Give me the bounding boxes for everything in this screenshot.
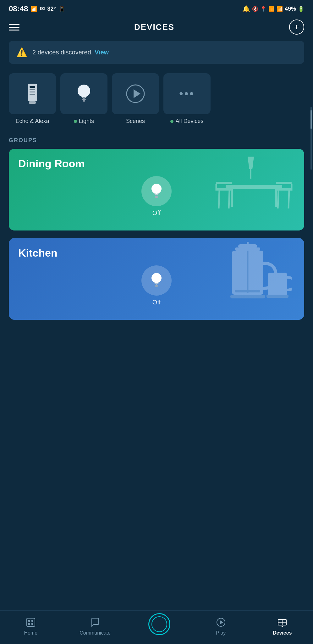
svg-point-38: [151, 273, 162, 283]
svg-rect-28: [155, 197, 158, 198]
nav-home[interactable]: Home: [18, 618, 43, 636]
dining-light-status: Off: [152, 209, 161, 217]
scroll-thumb: [310, 110, 312, 129]
device-categories: Echo & Alexa Lights Scenes •••: [0, 73, 313, 137]
silent-icon: 🔇: [252, 6, 258, 12]
category-echo[interactable]: Echo & Alexa: [9, 73, 56, 125]
battery-icon: 🔋: [298, 6, 304, 12]
status-right: 🔔 🔇 📍 📶 📶 49% 🔋: [242, 5, 304, 13]
svg-rect-3: [30, 92, 35, 92]
kitchen-light-button[interactable]: [141, 265, 172, 296]
more-icon: •••: [179, 87, 195, 100]
svg-rect-42: [28, 620, 30, 622]
lights-card[interactable]: [60, 73, 107, 114]
lights-dot: [74, 120, 77, 123]
kitchen-title: Kitchen: [18, 247, 295, 259]
group-card-dining[interactable]: Dining Room Off: [9, 149, 304, 230]
svg-rect-44: [28, 623, 30, 625]
echo-label: Echo & Alexa: [15, 118, 49, 125]
dining-room-title: Dining Room: [18, 158, 295, 170]
svg-point-51: [282, 626, 283, 627]
category-scenes[interactable]: Scenes: [112, 73, 159, 125]
all-devices-dot: [170, 120, 173, 123]
kitchen-light-toggle[interactable]: Off: [18, 265, 295, 306]
scenes-card[interactable]: [112, 73, 159, 114]
menu-button[interactable]: [9, 24, 19, 31]
home-icon: [26, 618, 36, 628]
add-device-button[interactable]: +: [289, 19, 304, 35]
nav-devices[interactable]: Devices: [270, 618, 295, 636]
nav-alexa[interactable]: [147, 616, 172, 638]
svg-rect-1: [30, 86, 35, 88]
phone-icon: 📱: [58, 5, 65, 12]
svg-rect-5: [29, 101, 36, 104]
play-icon: [216, 618, 226, 628]
app-header: DEVICES +: [0, 16, 313, 41]
lights-icon: [74, 83, 93, 105]
alexa-inner-ring: [151, 616, 167, 632]
svg-rect-40: [155, 286, 158, 287]
notification-text: 2 devices discovered. View: [32, 49, 109, 56]
alarm-icon: 🔔: [242, 5, 250, 13]
all-devices-label: All Devices: [170, 118, 203, 125]
wifi-icon: 📶: [268, 6, 275, 12]
home-label: Home: [24, 630, 37, 636]
location-icon: 📍: [260, 6, 266, 12]
scenes-icon: [125, 84, 146, 104]
alexa-button[interactable]: [148, 613, 170, 635]
svg-point-26: [151, 184, 162, 194]
signal-icon: 📶: [277, 6, 283, 12]
lights-label: Lights: [74, 118, 94, 125]
svg-marker-47: [220, 620, 223, 625]
bottom-navigation: Home Communicate Play: [0, 610, 313, 644]
svg-rect-27: [155, 196, 158, 197]
warning-icon: ⚠️: [16, 47, 27, 58]
svg-rect-8: [83, 100, 85, 102]
category-all-devices[interactable]: ••• All Devices: [163, 73, 211, 125]
mail-icon: ✉: [40, 5, 45, 12]
devices-label: Devices: [273, 630, 292, 636]
dining-light-button[interactable]: [141, 176, 172, 206]
dining-light-toggle[interactable]: Off: [18, 176, 295, 217]
groups-section-label: GROUPS: [0, 137, 313, 149]
echo-card[interactable]: [9, 73, 56, 114]
svg-rect-4: [30, 94, 35, 95]
page-title: DEVICES: [134, 22, 174, 32]
svg-marker-10: [134, 89, 140, 98]
svg-rect-2: [30, 89, 35, 90]
svg-rect-43: [31, 620, 33, 622]
svg-rect-41: [27, 618, 35, 626]
nav-play[interactable]: Play: [208, 618, 233, 636]
kitchen-light-icon: [149, 272, 164, 289]
svg-rect-7: [82, 99, 86, 100]
all-devices-card[interactable]: •••: [163, 73, 211, 114]
communicate-label: Communicate: [80, 630, 111, 636]
battery-label: 49%: [285, 6, 296, 12]
communicate-icon: [91, 618, 100, 628]
status-time: 08:48: [9, 4, 28, 13]
status-left: 08:48 📶 ✉ 32° 📱: [9, 4, 65, 13]
devices-icon: [277, 618, 287, 628]
status-bar: 08:48 📶 ✉ 32° 📱 🔔 🔇 📍 📶 📶 49% 🔋: [0, 0, 313, 16]
kitchen-light-status: Off: [152, 299, 161, 306]
group-card-kitchen[interactable]: Kitchen Off: [9, 238, 304, 320]
svg-rect-39: [155, 285, 158, 286]
play-label: Play: [216, 630, 226, 636]
dining-light-icon: [149, 182, 164, 200]
svg-rect-45: [31, 623, 33, 625]
nav-communicate[interactable]: Communicate: [80, 618, 111, 636]
temp-label: 32°: [47, 6, 56, 12]
category-lights[interactable]: Lights: [60, 73, 107, 125]
echo-icon: [24, 83, 41, 104]
svg-point-6: [78, 85, 90, 97]
bluetooth-icon: 📶: [30, 5, 37, 12]
scenes-label: Scenes: [126, 118, 145, 125]
notification-view-link[interactable]: View: [95, 49, 109, 56]
notification-banner[interactable]: ⚠️ 2 devices discovered. View: [9, 41, 304, 64]
scroll-indicator: [310, 107, 312, 170]
